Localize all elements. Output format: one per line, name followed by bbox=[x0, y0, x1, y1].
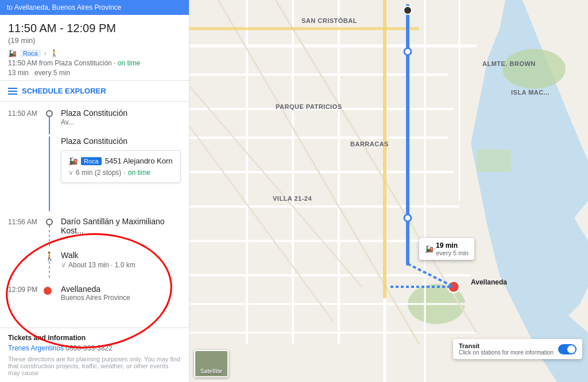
train-detail: ∨ 6 min (2 stops) · on time bbox=[68, 169, 173, 177]
train-status: on time bbox=[128, 169, 150, 177]
left-panel: to Avellaneda, Buenos Aires Province 11:… bbox=[0, 0, 189, 382]
svg-line-23 bbox=[189, 126, 333, 321]
time-block: 11:50 AM - 12:09 PM (19 min) 🚂 Roca › 🚶 … bbox=[0, 15, 189, 81]
walk-segment-row: 🚶 Walk ∨ About 13 min · 1.0 km bbox=[0, 251, 189, 281]
final-stop-sub: Buenos Aires Province bbox=[61, 294, 181, 302]
destination-label: to Avellaneda, Buenos Aires Province bbox=[7, 3, 121, 11]
svg-rect-2 bbox=[477, 149, 511, 172]
train-card[interactable]: 🚂 Roca 5451 Alejandro Korn ∨ 6 min (2 st… bbox=[61, 150, 181, 183]
svg-point-31 bbox=[404, 48, 411, 55]
route-popup[interactable]: 🚂 19 min every 5 min bbox=[419, 238, 474, 260]
avellaneda-label: Avellaneda bbox=[471, 278, 507, 286]
tickets-title: Tickets and information bbox=[8, 334, 181, 342]
tickets-link[interactable]: Trenes Argentinos bbox=[8, 344, 64, 352]
walk-content: Walk ∨ About 13 min · 1.0 km bbox=[61, 251, 181, 269]
tickets-info: Trenes Argentinos 0800-333-3822 bbox=[8, 344, 181, 352]
svg-line-21 bbox=[276, 0, 477, 333]
label-parque-patricios: PARQUE PATRICIOS bbox=[276, 103, 342, 110]
route-frequency: every 5 min bbox=[436, 250, 469, 256]
chevron-down-icon: ∨ bbox=[68, 169, 74, 177]
itinerary: 11:50 AM Plaza Constitución Av... Plaza … bbox=[0, 102, 189, 328]
schedule-explorer-label: SCHEDULE EXPLORER bbox=[22, 87, 106, 95]
arrow-icon: › bbox=[44, 49, 47, 57]
stop-time-2: 11:56 AM bbox=[8, 217, 44, 226]
svg-point-28 bbox=[448, 281, 459, 293]
stop-time-1: 11:50 AM bbox=[8, 108, 44, 118]
map-background: SAN CRISTÓBAL PARQUE PATRICIOS BARRACAS … bbox=[189, 0, 588, 382]
final-stop-time: 12:09 PM bbox=[8, 284, 44, 294]
walk-icon: 🚶 bbox=[50, 49, 59, 57]
stop-indicator-1 bbox=[44, 108, 55, 134]
walk-chevron-icon: ∨ bbox=[61, 261, 66, 269]
stop-name-1: Plaza Constitución bbox=[61, 108, 181, 118]
expanded-stop-name: Plaza Constitución bbox=[61, 137, 181, 146]
train-line bbox=[49, 137, 50, 211]
phone-number: 0800-333-3822 bbox=[65, 344, 112, 352]
label-barracas: BARRACAS bbox=[350, 141, 389, 147]
walk-line bbox=[49, 262, 50, 279]
map-area: SAN CRISTÓBAL PARQUE PATRICIOS BARRACAS … bbox=[189, 0, 588, 382]
transit-text-block: Transit Click on stations for more infor… bbox=[459, 342, 554, 356]
final-stop-row: 12:09 PM Avellaneda Buenos Aires Provinc… bbox=[0, 281, 189, 305]
on-time-badge: on time bbox=[118, 59, 140, 67]
svg-point-1 bbox=[408, 284, 465, 324]
satellite-label: Satellite bbox=[200, 368, 222, 375]
tickets-section: Tickets and information Trenes Argentino… bbox=[0, 328, 189, 382]
stop-indicator-2 bbox=[44, 217, 55, 248]
label-san-cristobal: SAN CRISTÓBAL bbox=[301, 17, 357, 24]
stop-row-1: 11:50 AM Plaza Constitución Av... bbox=[0, 106, 189, 137]
svg-point-3 bbox=[502, 49, 566, 89]
svg-point-32 bbox=[404, 215, 411, 221]
label-almte-brown: ALMTE. BROWN bbox=[482, 60, 536, 67]
final-stop-name: Avellaneda bbox=[61, 284, 181, 294]
expanded-card-content: Plaza Constitución 🚂 Roca 5451 Alejandro… bbox=[61, 137, 181, 183]
map-svg bbox=[189, 0, 588, 382]
stop-content-1: Plaza Constitución Av... bbox=[61, 108, 181, 126]
stop-dot-2 bbox=[46, 219, 53, 225]
train-card-header: 🚂 Roca 5451 Alejandro Korn bbox=[68, 157, 173, 165]
stop-name-2: Darío Santillán y Maximiliano Kost... bbox=[61, 217, 181, 235]
train-icon-card: 🚂 bbox=[68, 157, 78, 165]
stop-line-1 bbox=[49, 117, 50, 134]
disclaimer: These directions are for planning purpos… bbox=[8, 356, 181, 376]
schedule-explorer-button[interactable]: SCHEDULE EXPLORER bbox=[0, 81, 189, 102]
svg-rect-0 bbox=[189, 0, 588, 382]
transit-label: Transit bbox=[459, 342, 554, 349]
depart-info: 11:50 AM from Plaza Constitución · on ti… bbox=[8, 59, 181, 67]
expanded-section: Plaza Constitución 🚂 Roca 5451 Alejandro… bbox=[0, 137, 189, 215]
stop-dot-1 bbox=[46, 110, 53, 117]
walk-label: Walk bbox=[61, 251, 181, 260]
walk-info: 13 min every 5 min bbox=[8, 69, 181, 77]
route-popup-icon: 🚂 bbox=[425, 245, 434, 253]
satellite-button[interactable]: Satellite bbox=[194, 350, 229, 377]
label-villa: VILLA 21-24 bbox=[273, 195, 312, 202]
svg-line-22 bbox=[189, 86, 362, 287]
stop-row-2: 11:56 AM Darío Santillán y Maximiliano K… bbox=[0, 215, 189, 251]
final-stop-content: Avellaneda Buenos Aires Province bbox=[61, 284, 181, 302]
transit-info-box: Transit Click on stations for more infor… bbox=[453, 339, 582, 359]
duration: (19 min) bbox=[8, 36, 181, 45]
route-time: 19 min bbox=[436, 241, 469, 250]
roca-badge: Roca bbox=[20, 49, 41, 57]
walk-icon-segment: 🚶 bbox=[44, 251, 55, 262]
svg-line-29 bbox=[408, 264, 454, 287]
final-dot-container bbox=[44, 284, 55, 295]
time-range: 11:50 AM - 12:09 PM bbox=[8, 22, 181, 35]
stop-sub-1: Av... bbox=[61, 118, 181, 126]
expanded-line-indicator bbox=[44, 137, 55, 211]
label-isla-mac: ISLA MAC... bbox=[511, 89, 550, 96]
walk-indicator: 🚶 bbox=[44, 251, 55, 279]
transport-icons: 🚂 Roca › 🚶 bbox=[8, 49, 181, 57]
walk-detail: ∨ About 13 min · 1.0 km bbox=[61, 261, 181, 269]
stop-line-2 bbox=[49, 225, 50, 248]
header-bar: to Avellaneda, Buenos Aires Province bbox=[0, 0, 189, 15]
transit-sublabel: Click on stations for more information bbox=[459, 349, 554, 356]
train-badge: Roca bbox=[81, 157, 102, 165]
train-destination: 5451 Alejandro Korn bbox=[105, 157, 173, 165]
transit-toggle[interactable] bbox=[558, 344, 577, 354]
menu-icon bbox=[8, 88, 17, 95]
final-dot bbox=[44, 287, 52, 295]
svg-line-20 bbox=[218, 0, 419, 344]
route-popup-content: 19 min every 5 min bbox=[436, 241, 469, 256]
stop-content-2: Darío Santillán y Maximiliano Kost... bbox=[61, 217, 181, 235]
